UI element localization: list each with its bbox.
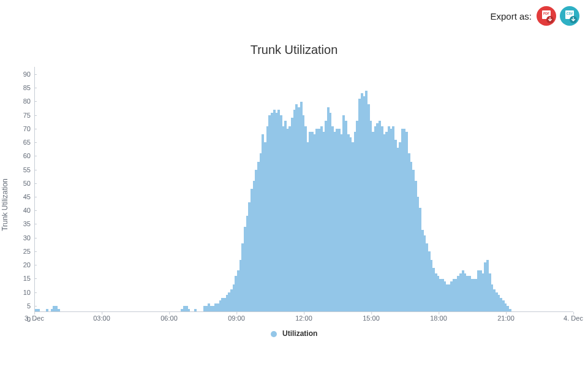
x-tick: 15:00 [363, 314, 380, 322]
y-tick: 25 [0, 248, 34, 255]
legend-label: Utilization [282, 329, 317, 338]
csv-icon: CSV [560, 6, 579, 26]
plot-area[interactable] [34, 67, 573, 312]
y-tick: 65 [0, 139, 34, 146]
svg-text:PDF: PDF [543, 12, 549, 15]
y-tick: 85 [0, 84, 34, 91]
x-tick: 18:00 [430, 314, 447, 322]
chart-bar [58, 309, 60, 311]
y-tick: 20 [0, 261, 34, 269]
chart-bar [37, 309, 40, 311]
y-tick: 70 [0, 125, 34, 132]
x-tick: 21:00 [497, 314, 514, 322]
export-pdf-button[interactable]: PDF [537, 6, 556, 26]
y-tick: 5 [0, 302, 34, 310]
legend-swatch [271, 331, 277, 337]
chart-bar [187, 309, 190, 311]
export-csv-button[interactable]: CSV [560, 6, 579, 26]
export-label: Export as: [490, 11, 532, 21]
plot-outer: Trunk Utilization 0510152025303540455055… [0, 61, 588, 349]
x-tick: 03:00 [93, 314, 110, 322]
y-tick: 75 [0, 112, 34, 119]
x-tick: 06:00 [160, 314, 178, 322]
y-tick: 45 [0, 193, 34, 200]
x-tick: 3. Dec [24, 314, 44, 322]
chart-title: Trunk Utilization [0, 43, 588, 57]
chart-bar [46, 309, 48, 311]
chart-legend: Utilization [0, 329, 588, 338]
x-tick: 09:00 [228, 314, 245, 322]
x-tick: 12:00 [295, 314, 312, 322]
y-tick: 80 [0, 97, 34, 105]
chart-bar [509, 309, 511, 311]
x-tick: 4. Dec [564, 314, 583, 322]
export-bar: Export as: PDF CSV [490, 6, 579, 26]
chart-bar [194, 309, 197, 311]
y-tick: 60 [0, 152, 34, 159]
y-tick: 55 [0, 166, 34, 173]
y-tick: 35 [0, 220, 34, 227]
y-tick: 50 [0, 180, 34, 187]
y-tick: 10 [0, 289, 34, 296]
chart-container: Trunk Utilization Trunk Utilization 0510… [0, 43, 588, 349]
y-tick: 90 [0, 71, 34, 78]
y-tick: 40 [0, 207, 34, 214]
y-tick: 15 [0, 275, 34, 282]
pdf-icon: PDF [537, 6, 556, 26]
y-tick: 30 [0, 234, 34, 242]
svg-text:CSV: CSV [567, 12, 573, 15]
